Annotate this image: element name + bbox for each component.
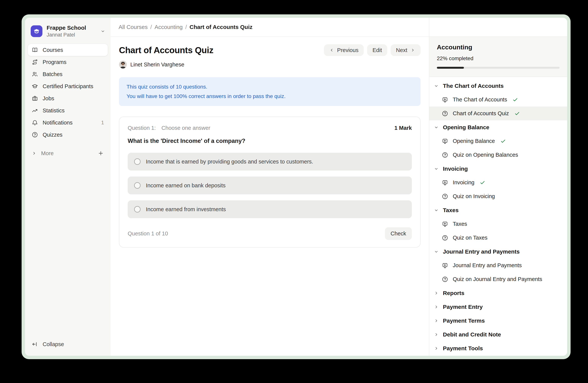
sidebar-item-notifications[interactable]: Notifications1 bbox=[28, 116, 108, 129]
outline-section-opening-balance[interactable]: Opening Balance bbox=[429, 120, 567, 134]
edit-button[interactable]: Edit bbox=[367, 44, 387, 56]
sidebar-item-batches[interactable]: Batches bbox=[28, 68, 108, 80]
outline-item-taxes[interactable]: Taxes bbox=[429, 217, 567, 231]
sidebar-item-programs[interactable]: Programs bbox=[28, 56, 108, 68]
quiz-notice-banner: This quiz consists of 10 questions. You … bbox=[119, 77, 420, 106]
outline-item-the-chart-of-accounts[interactable]: The Chart of Accounts bbox=[429, 93, 567, 107]
next-button[interactable]: Next bbox=[391, 44, 420, 56]
outline-section-payment-entry[interactable]: Payment Entry bbox=[429, 300, 567, 314]
outline-list: The Chart of AccountsThe Chart of Accoun… bbox=[429, 77, 567, 356]
outline-section-the-chart-of-accounts[interactable]: The Chart of Accounts bbox=[429, 79, 567, 93]
outline-section-title: Taxes bbox=[443, 207, 459, 213]
outline-item-label: Opening Balance bbox=[453, 138, 495, 144]
radio-button[interactable] bbox=[134, 158, 141, 165]
notice-line-1: This quiz consists of 10 questions. bbox=[126, 82, 413, 92]
sidebar-more-wrap: More bbox=[25, 141, 111, 159]
chevron-right-icon bbox=[32, 151, 37, 156]
option-label: Income earned on bank deposits bbox=[146, 182, 226, 189]
chevron-down-icon bbox=[434, 83, 439, 88]
outline-section-title: Payment Tools bbox=[443, 345, 483, 352]
sidebar-item-label: Quizzes bbox=[43, 132, 63, 138]
outline-item-journal-entry-and-payments[interactable]: Journal Entry and Payments bbox=[429, 258, 567, 272]
check-button[interactable]: Check bbox=[385, 227, 412, 240]
quiz-content: Chart of Accounts Quiz Previous Edit Nex… bbox=[111, 37, 429, 356]
lesson-icon bbox=[442, 221, 448, 227]
outline-section-taxes[interactable]: Taxes bbox=[429, 203, 567, 217]
radio-button[interactable] bbox=[134, 182, 141, 189]
chevron-down-icon bbox=[434, 208, 439, 213]
sidebar-item-quizzes[interactable]: Quizzes bbox=[28, 129, 108, 141]
outline-section-title: Payment Terms bbox=[443, 318, 485, 324]
route-icon bbox=[32, 59, 38, 65]
outline-section-title: The Chart of Accounts bbox=[443, 83, 504, 89]
question-text: What is the 'Direct Income' of a company… bbox=[128, 137, 412, 144]
chevron-down-icon bbox=[100, 29, 105, 34]
outline-item-invoicing[interactable]: Invoicing bbox=[429, 176, 567, 190]
course-progress-bar bbox=[437, 67, 560, 69]
outline-section-journal-entry-and-payments[interactable]: Journal Entry and Payments bbox=[429, 245, 567, 258]
outline-section-invoicing[interactable]: Invoicing bbox=[429, 162, 567, 176]
outline-item-quiz-on-taxes[interactable]: Quiz on Taxes bbox=[429, 231, 567, 245]
outline-item-label: Taxes bbox=[453, 221, 467, 227]
question-instruction: Choose one answer bbox=[161, 125, 210, 131]
sidebar-item-more[interactable]: More bbox=[28, 147, 108, 159]
sidebar-item-label: Jobs bbox=[43, 95, 54, 102]
chevron-right-icon bbox=[434, 318, 439, 323]
breadcrumb-separator: / bbox=[185, 24, 187, 30]
sidebar-item-jobs[interactable]: Jobs bbox=[28, 92, 108, 104]
answer-option-1[interactable]: Income that is earned by providing goods… bbox=[128, 153, 412, 171]
quiz-icon bbox=[442, 235, 448, 241]
school-switcher[interactable]: Frappe School Jannat Patel bbox=[25, 18, 111, 43]
check-icon bbox=[512, 97, 518, 103]
page-title: Chart of Accounts Quiz bbox=[119, 45, 213, 55]
outline-section-debit-and-credit-note[interactable]: Debit and Credit Note bbox=[429, 327, 567, 341]
breadcrumb-all-courses[interactable]: All Courses bbox=[119, 24, 147, 30]
sidebar-item-label: Statistics bbox=[43, 108, 64, 114]
chevron-right-icon bbox=[434, 291, 439, 296]
outline-section-title: Reports bbox=[443, 290, 464, 296]
school-identity: Frappe School Jannat Patel bbox=[47, 25, 96, 38]
radio-button[interactable] bbox=[134, 206, 141, 212]
outline-section-payment-terms[interactable]: Payment Terms bbox=[429, 314, 567, 327]
outline-item-quiz-on-invoicing[interactable]: Quiz on Invoicing bbox=[429, 190, 567, 203]
outline-top-spacer bbox=[429, 18, 567, 37]
quiz-icon bbox=[442, 110, 448, 117]
check-icon bbox=[514, 111, 520, 116]
breadcrumb-chart-of-accounts-quiz: Chart of Accounts Quiz bbox=[190, 24, 252, 30]
sidebar-item-label: Courses bbox=[43, 47, 63, 53]
outline-section-title: Payment Entry bbox=[443, 304, 483, 310]
sidebar-item-label: Certified Participants bbox=[43, 83, 93, 90]
breadcrumb-accounting[interactable]: Accounting bbox=[155, 24, 183, 30]
question-label: Question 1: bbox=[128, 125, 156, 131]
answer-option-3[interactable]: Income earned from investments bbox=[128, 200, 412, 218]
outline-section-reports[interactable]: Reports bbox=[429, 286, 567, 300]
app-window: Frappe School Jannat Patel CoursesProgra… bbox=[21, 14, 570, 359]
more-label: More bbox=[41, 150, 54, 156]
sidebar-item-statistics[interactable]: Statistics bbox=[28, 104, 108, 116]
outline-item-quiz-on-journal-entry-and-payments[interactable]: Quiz on Journal Entry and Payments bbox=[429, 272, 567, 286]
outline-section-title: Journal Entry and Payments bbox=[443, 249, 520, 255]
chevron-right-icon bbox=[434, 346, 439, 351]
outline-item-label: Quiz on Journal Entry and Payments bbox=[453, 276, 542, 282]
outline-item-quiz-on-opening-balances[interactable]: Quiz on Opening Balances bbox=[429, 148, 567, 162]
course-progress-text: 22% completed bbox=[437, 56, 560, 61]
plus-icon[interactable] bbox=[98, 150, 104, 156]
outline-section-title: Debit and Credit Note bbox=[443, 331, 501, 338]
sidebar-item-courses[interactable]: Courses bbox=[28, 44, 108, 56]
previous-button[interactable]: Previous bbox=[324, 44, 364, 56]
school-name: Frappe School bbox=[47, 25, 96, 31]
app-frame: Frappe School Jannat Patel CoursesProgra… bbox=[25, 18, 567, 356]
outline-section-payment-tools[interactable]: Payment Tools bbox=[429, 341, 567, 355]
help-circle-icon bbox=[32, 132, 38, 138]
answer-option-2[interactable]: Income earned on bank deposits bbox=[128, 176, 412, 194]
author-name: Linet Sherin Varghese bbox=[130, 61, 184, 68]
next-label: Next bbox=[396, 47, 407, 53]
outline-item-opening-balance[interactable]: Opening Balance bbox=[429, 134, 567, 148]
notice-line-2: You will have to get 100% correct answer… bbox=[126, 92, 413, 101]
sidebar-item-certified-participants[interactable]: Certified Participants bbox=[28, 80, 108, 92]
avatar bbox=[119, 60, 127, 69]
sidebar-menu: CoursesProgramsBatchesCertified Particip… bbox=[25, 43, 111, 141]
outline-item-chart-of-accounts-quiz[interactable]: Chart of Accounts Quiz bbox=[429, 107, 567, 120]
collapse-sidebar-button[interactable]: Collapse bbox=[32, 341, 104, 347]
pager-buttons: Previous Edit Next bbox=[324, 44, 420, 56]
